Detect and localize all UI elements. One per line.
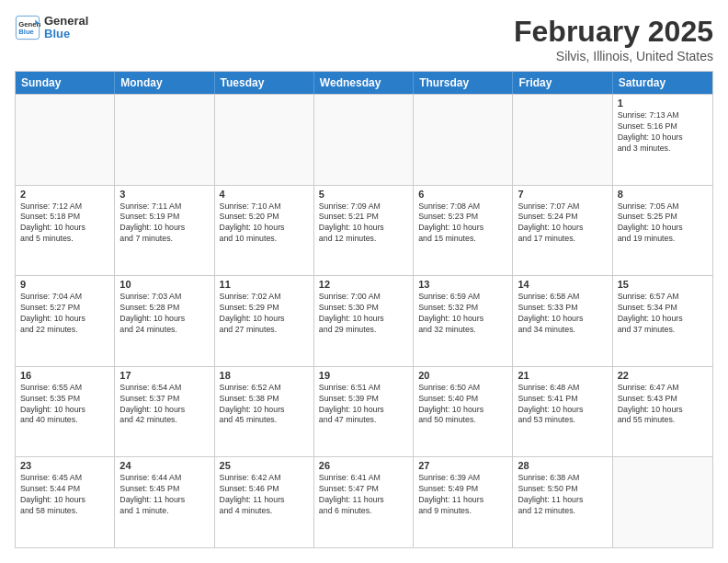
- calendar-row-1: 2Sunrise: 7:12 AM Sunset: 5:18 PM Daylig…: [16, 185, 712, 276]
- calendar: SundayMondayTuesdayWednesdayThursdayFrid…: [15, 71, 713, 548]
- day-info: Sunrise: 6:38 AM Sunset: 5:50 PM Dayligh…: [518, 473, 607, 517]
- day-info: Sunrise: 6:54 AM Sunset: 5:37 PM Dayligh…: [119, 383, 209, 427]
- day-info: Sunrise: 6:58 AM Sunset: 5:33 PM Dayligh…: [518, 292, 607, 336]
- day-number: 18: [220, 370, 309, 381]
- day-number: 10: [119, 279, 209, 290]
- calendar-cell-21: 21Sunrise: 6:48 AM Sunset: 5:41 PM Dayli…: [513, 367, 612, 457]
- day-info: Sunrise: 7:05 AM Sunset: 5:25 PM Dayligh…: [618, 201, 708, 246]
- header: General Blue General Blue February 2025 …: [15, 15, 713, 63]
- weekday-header-saturday: Saturday: [613, 72, 712, 94]
- day-info: Sunrise: 7:12 AM Sunset: 5:18 PM Dayligh…: [20, 201, 109, 246]
- calendar-cell-25: 25Sunrise: 6:42 AM Sunset: 5:46 PM Dayli…: [215, 457, 314, 547]
- day-info: Sunrise: 6:55 AM Sunset: 5:35 PM Dayligh…: [20, 383, 109, 427]
- day-info: Sunrise: 7:04 AM Sunset: 5:27 PM Dayligh…: [20, 292, 109, 336]
- calendar-cell-22: 22Sunrise: 6:47 AM Sunset: 5:43 PM Dayli…: [613, 367, 712, 457]
- day-info: Sunrise: 7:09 AM Sunset: 5:21 PM Dayligh…: [319, 201, 408, 246]
- svg-text:Blue: Blue: [18, 28, 34, 36]
- day-number: 3: [119, 189, 209, 200]
- day-number: 22: [618, 370, 708, 381]
- logo: General Blue General Blue: [15, 15, 88, 41]
- calendar-cell-23: 23Sunrise: 6:45 AM Sunset: 5:44 PM Dayli…: [16, 457, 115, 547]
- calendar-cell-2: 2Sunrise: 7:12 AM Sunset: 5:18 PM Daylig…: [16, 186, 115, 276]
- day-info: Sunrise: 7:13 AM Sunset: 5:16 PM Dayligh…: [618, 110, 708, 155]
- day-number: 23: [20, 460, 109, 471]
- day-number: 20: [418, 370, 507, 381]
- day-info: Sunrise: 7:07 AM Sunset: 5:24 PM Dayligh…: [518, 201, 607, 246]
- day-number: 24: [119, 460, 209, 471]
- day-info: Sunrise: 7:02 AM Sunset: 5:29 PM Dayligh…: [220, 292, 309, 336]
- day-number: 15: [618, 279, 708, 290]
- day-info: Sunrise: 6:39 AM Sunset: 5:49 PM Dayligh…: [418, 473, 507, 517]
- day-info: Sunrise: 6:52 AM Sunset: 5:38 PM Dayligh…: [220, 383, 309, 427]
- calendar-row-3: 16Sunrise: 6:55 AM Sunset: 5:35 PM Dayli…: [16, 366, 712, 457]
- calendar-cell-3: 3Sunrise: 7:11 AM Sunset: 5:19 PM Daylig…: [115, 186, 214, 276]
- calendar-cell-12: 12Sunrise: 7:00 AM Sunset: 5:30 PM Dayli…: [314, 276, 414, 366]
- day-number: 7: [518, 189, 607, 200]
- calendar-row-4: 23Sunrise: 6:45 AM Sunset: 5:44 PM Dayli…: [16, 456, 712, 547]
- day-number: 21: [518, 370, 607, 381]
- day-info: Sunrise: 7:11 AM Sunset: 5:19 PM Dayligh…: [119, 201, 209, 246]
- day-info: Sunrise: 6:45 AM Sunset: 5:44 PM Dayligh…: [20, 473, 109, 517]
- calendar-cell-empty-0-4: [414, 95, 513, 185]
- calendar-cell-empty-0-1: [115, 95, 214, 185]
- day-number: 5: [319, 189, 408, 200]
- calendar-cell-26: 26Sunrise: 6:41 AM Sunset: 5:47 PM Dayli…: [314, 457, 414, 547]
- calendar-row-0: 1Sunrise: 7:13 AM Sunset: 5:16 PM Daylig…: [16, 94, 712, 185]
- day-number: 14: [518, 279, 607, 290]
- calendar-cell-empty-0-5: [513, 95, 612, 185]
- day-info: Sunrise: 7:10 AM Sunset: 5:20 PM Dayligh…: [220, 201, 309, 246]
- weekday-header-sunday: Sunday: [16, 72, 115, 94]
- calendar-cell-empty-0-2: [215, 95, 314, 185]
- calendar-cell-27: 27Sunrise: 6:39 AM Sunset: 5:49 PM Dayli…: [414, 457, 513, 547]
- day-info: Sunrise: 6:47 AM Sunset: 5:43 PM Dayligh…: [618, 383, 708, 427]
- day-info: Sunrise: 6:50 AM Sunset: 5:40 PM Dayligh…: [418, 383, 507, 427]
- logo-line2: Blue: [44, 28, 88, 40]
- page: General Blue General Blue February 2025 …: [0, 0, 728, 563]
- calendar-cell-13: 13Sunrise: 6:59 AM Sunset: 5:32 PM Dayli…: [414, 276, 513, 366]
- day-info: Sunrise: 6:51 AM Sunset: 5:39 PM Dayligh…: [319, 383, 408, 427]
- day-info: Sunrise: 6:42 AM Sunset: 5:46 PM Dayligh…: [220, 473, 309, 517]
- day-number: 27: [418, 460, 507, 471]
- day-number: 8: [618, 189, 708, 200]
- calendar-cell-17: 17Sunrise: 6:54 AM Sunset: 5:37 PM Dayli…: [115, 367, 214, 457]
- calendar-cell-15: 15Sunrise: 6:57 AM Sunset: 5:34 PM Dayli…: [613, 276, 712, 366]
- location-subtitle: Silvis, Illinois, United States: [514, 49, 713, 63]
- calendar-header: SundayMondayTuesdayWednesdayThursdayFrid…: [16, 72, 712, 94]
- calendar-cell-empty-4-6: [613, 457, 712, 547]
- day-info: Sunrise: 6:44 AM Sunset: 5:45 PM Dayligh…: [119, 473, 209, 517]
- calendar-cell-8: 8Sunrise: 7:05 AM Sunset: 5:25 PM Daylig…: [613, 186, 712, 276]
- calendar-cell-7: 7Sunrise: 7:07 AM Sunset: 5:24 PM Daylig…: [513, 186, 612, 276]
- day-number: 19: [319, 370, 408, 381]
- svg-text:General: General: [18, 20, 40, 29]
- logo-line1: General: [44, 15, 88, 28]
- day-number: 2: [20, 189, 109, 200]
- calendar-cell-empty-0-0: [16, 95, 115, 185]
- day-number: 16: [20, 370, 109, 381]
- weekday-header-thursday: Thursday: [414, 72, 513, 94]
- calendar-cell-1: 1Sunrise: 7:13 AM Sunset: 5:16 PM Daylig…: [613, 95, 712, 185]
- calendar-cell-19: 19Sunrise: 6:51 AM Sunset: 5:39 PM Dayli…: [314, 367, 414, 457]
- logo-icon: General Blue: [15, 15, 40, 40]
- day-info: Sunrise: 7:03 AM Sunset: 5:28 PM Dayligh…: [119, 292, 209, 336]
- day-number: 6: [418, 189, 507, 200]
- day-info: Sunrise: 6:59 AM Sunset: 5:32 PM Dayligh…: [418, 292, 507, 336]
- day-info: Sunrise: 7:08 AM Sunset: 5:23 PM Dayligh…: [418, 201, 507, 246]
- day-number: 11: [220, 279, 309, 290]
- day-number: 28: [518, 460, 607, 471]
- calendar-cell-18: 18Sunrise: 6:52 AM Sunset: 5:38 PM Dayli…: [215, 367, 314, 457]
- calendar-cell-20: 20Sunrise: 6:50 AM Sunset: 5:40 PM Dayli…: [414, 367, 513, 457]
- title-block: February 2025 Silvis, Illinois, United S…: [514, 15, 713, 63]
- day-info: Sunrise: 7:00 AM Sunset: 5:30 PM Dayligh…: [319, 292, 408, 336]
- day-number: 4: [220, 189, 309, 200]
- weekday-header-monday: Monday: [115, 72, 214, 94]
- day-info: Sunrise: 6:41 AM Sunset: 5:47 PM Dayligh…: [319, 473, 408, 517]
- day-number: 13: [418, 279, 507, 290]
- day-number: 25: [220, 460, 309, 471]
- day-number: 9: [20, 279, 109, 290]
- weekday-header-tuesday: Tuesday: [215, 72, 314, 94]
- calendar-cell-6: 6Sunrise: 7:08 AM Sunset: 5:23 PM Daylig…: [414, 186, 513, 276]
- month-title: February 2025: [514, 15, 713, 49]
- calendar-cell-24: 24Sunrise: 6:44 AM Sunset: 5:45 PM Dayli…: [115, 457, 214, 547]
- calendar-row-2: 9Sunrise: 7:04 AM Sunset: 5:27 PM Daylig…: [16, 275, 712, 366]
- calendar-cell-16: 16Sunrise: 6:55 AM Sunset: 5:35 PM Dayli…: [16, 367, 115, 457]
